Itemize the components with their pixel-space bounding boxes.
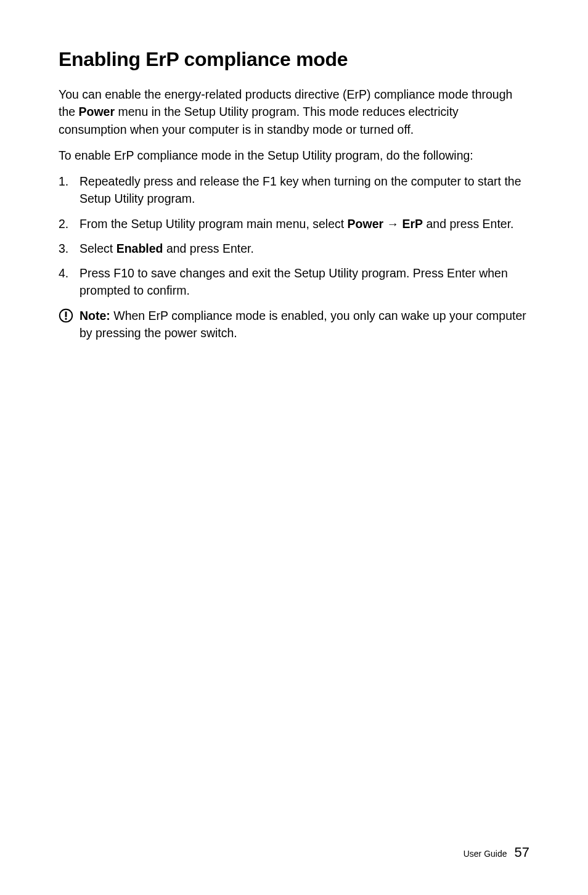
footer-label: User Guide — [463, 849, 507, 859]
note-label: Note: — [80, 309, 110, 322]
page-heading: Enabling ErP compliance mode — [59, 48, 529, 71]
list-marker: 1. — [59, 173, 80, 208]
note-block: Note: When ErP compliance mode is enable… — [59, 307, 529, 342]
bold-text: ErP — [402, 217, 423, 231]
bold-text: Power — [348, 217, 384, 231]
svg-rect-1 — [65, 311, 67, 317]
note-text: When ErP compliance mode is enabled, you… — [80, 309, 526, 340]
text-span: and press Enter. — [163, 242, 253, 255]
list-content: Select Enabled and press Enter. — [80, 240, 529, 257]
list-marker: 4. — [59, 264, 80, 300]
step-3: 3. Select Enabled and press Enter. — [59, 240, 529, 257]
text-span: menu in the Setup Utility program. This … — [59, 105, 459, 136]
list-content: From the Setup Utility program main menu… — [80, 215, 529, 232]
text-span: and press Enter. — [423, 217, 513, 231]
list-content: Repeatedly press and release the F1 key … — [80, 173, 529, 208]
page-footer: User Guide 57 — [463, 844, 529, 860]
list-marker: 2. — [59, 215, 80, 232]
bold-text: Enabled — [116, 242, 163, 255]
steps-list: 1. Repeatedly press and release the F1 k… — [59, 173, 529, 300]
list-content: Press F10 to save changes and exit the S… — [80, 264, 529, 300]
bold-text: Power — [79, 105, 115, 118]
intro-paragraph-2: To enable ErP compliance mode in the Set… — [59, 147, 529, 164]
note-content: Note: When ErP compliance mode is enable… — [80, 307, 529, 342]
intro-paragraph-1: You can enable the energy-related produc… — [59, 86, 529, 138]
text-span: Select — [80, 242, 116, 255]
page-content: Enabling ErP compliance mode You can ena… — [0, 0, 588, 341]
arrow-text: → — [383, 217, 402, 231]
text-span: From the Setup Utility program main menu… — [80, 217, 348, 231]
page-number: 57 — [515, 844, 529, 860]
list-marker: 3. — [59, 240, 80, 257]
svg-rect-2 — [65, 318, 67, 320]
step-2: 2. From the Setup Utility program main m… — [59, 215, 529, 232]
step-1: 1. Repeatedly press and release the F1 k… — [59, 173, 529, 208]
exclamation-circle-icon — [59, 307, 80, 323]
step-4: 4. Press F10 to save changes and exit th… — [59, 264, 529, 300]
